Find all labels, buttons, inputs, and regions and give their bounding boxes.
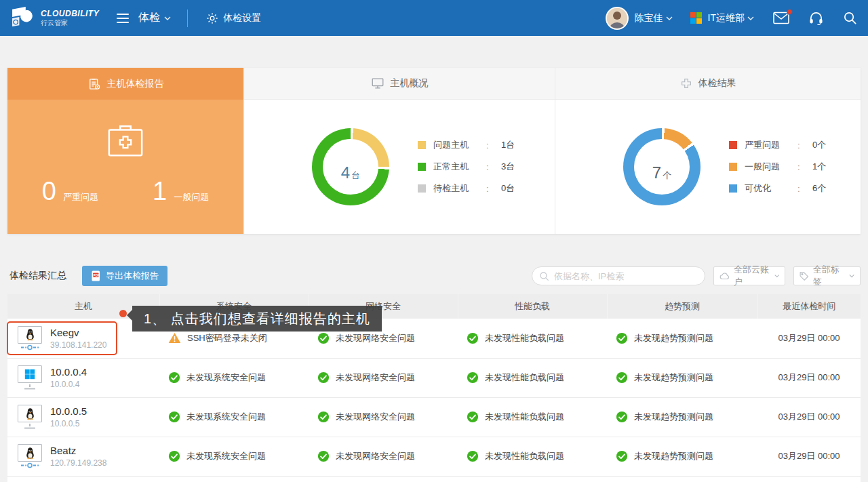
last-check-time: 03月29日 00:00 bbox=[757, 332, 861, 344]
linux-icon bbox=[18, 326, 42, 344]
legend-label: 可优化 bbox=[745, 182, 797, 195]
tab-label: 主机体检报告 bbox=[107, 78, 164, 90]
chart-legend: 问题主机:1台正常主机:3台待检主机:0台 bbox=[418, 139, 515, 195]
overview-card-strip: 主机体检报告 0 严重问题 1 一般问题 bbox=[7, 68, 861, 234]
status-cell: 未发现网络安全问题 bbox=[309, 411, 458, 423]
legend-value: 1台 bbox=[501, 139, 515, 151]
general-count: 1 bbox=[153, 177, 167, 206]
legend-swatch bbox=[418, 163, 426, 171]
chart-legend: 严重问题:0个一般问题:1个可优化:6个 bbox=[729, 139, 826, 195]
legend-value: 1个 bbox=[812, 161, 826, 173]
checkup-settings-label: 体检设置 bbox=[223, 12, 261, 24]
last-check-time: 03月29日 00:00 bbox=[757, 450, 861, 462]
legend-swatch bbox=[418, 184, 426, 193]
user-name[interactable]: 陈宝佳 bbox=[635, 12, 663, 24]
table-row[interactable]: 10.0.0.410.0.0.4未发现系统安全问题未发现网络安全问题未发现性能负… bbox=[7, 358, 861, 397]
medkit-icon bbox=[104, 121, 146, 159]
legend-label: 严重问题 bbox=[745, 139, 797, 151]
status-text: 未发现性能负载问题 bbox=[485, 411, 564, 423]
export-report-button[interactable]: PDF 导出体检报告 bbox=[82, 266, 167, 286]
results-toolbar: 体检结果汇总 PDF 导出体检报告 全部云账户 bbox=[9, 266, 861, 286]
messages-button[interactable] bbox=[773, 12, 789, 24]
svg-text:PDF: PDF bbox=[94, 274, 100, 277]
check-icon bbox=[616, 411, 628, 423]
host-name[interactable]: 10.0.0.4 bbox=[50, 366, 87, 378]
general-issues-stat: 1 一般问题 bbox=[153, 177, 209, 206]
severe-count: 0 bbox=[42, 177, 56, 206]
table-row[interactable]: Beatz120.79.149.238未发现系统安全问题未发现网络安全问题未发现… bbox=[7, 437, 861, 476]
check-icon bbox=[317, 411, 330, 423]
search-icon bbox=[843, 11, 857, 25]
gear-icon bbox=[205, 12, 219, 25]
status-cell: 未发现系统安全问题 bbox=[159, 411, 309, 423]
cloud-account-filter-label: 全部云账户 bbox=[734, 264, 770, 288]
windows-icon bbox=[18, 365, 42, 383]
status-text: 未发现性能负载问题 bbox=[485, 371, 564, 384]
host-name[interactable]: 10.0.0.5 bbox=[50, 405, 87, 417]
status-text: 未发现网络安全问题 bbox=[336, 371, 415, 384]
chevron-down-icon bbox=[747, 16, 754, 20]
host-cell[interactable]: 10.0.0.510.0.0.5 bbox=[7, 405, 159, 429]
legend-swatch bbox=[729, 184, 737, 193]
check-icon bbox=[168, 411, 180, 423]
severe-issues-stat: 0 严重问题 bbox=[42, 177, 98, 206]
tab-host-checkup-report[interactable]: 主机体检报告 bbox=[7, 68, 243, 100]
global-search-button[interactable] bbox=[843, 11, 857, 25]
status-cell: 未发现网络安全问题 bbox=[309, 371, 458, 384]
status-cell: 未发现网络安全问题 bbox=[309, 450, 458, 462]
status-cell: 未发现趋势预测问题 bbox=[607, 411, 757, 423]
legend-value: 0个 bbox=[812, 139, 826, 151]
tag-icon bbox=[800, 271, 809, 281]
status-cell: 未发现性能负载问题 bbox=[458, 332, 607, 344]
donut-center-value: 4 bbox=[341, 163, 350, 182]
legend-label: 正常主机 bbox=[433, 161, 486, 173]
monitor-stand-icon bbox=[22, 423, 37, 429]
host-name[interactable]: Beatz bbox=[50, 445, 106, 456]
host-cell[interactable]: 10.0.0.410.0.0.4 bbox=[7, 365, 159, 390]
tag-filter[interactable]: 全部标签 bbox=[793, 266, 861, 285]
checkup-menu-label: 体检 bbox=[138, 11, 160, 25]
column-header: 最近体检时间 bbox=[757, 294, 861, 319]
search-input[interactable] bbox=[554, 271, 698, 281]
check-icon bbox=[317, 332, 330, 344]
status-cell: 未发现趋势预测问题 bbox=[607, 371, 757, 384]
status-cell: 未发现趋势预测问题 bbox=[607, 450, 757, 462]
legend-swatch bbox=[729, 141, 737, 149]
status-cell: 未发现系统安全问题 bbox=[159, 371, 309, 384]
host-overview-chart: 4台 问题主机:1台正常主机:3台待检主机:0台 bbox=[244, 100, 555, 234]
check-icon bbox=[616, 332, 628, 344]
check-icon bbox=[467, 371, 479, 384]
legend-item: 可优化:6个 bbox=[729, 182, 826, 195]
host-ip: 10.0.0.5 bbox=[50, 419, 87, 428]
status-text: 未发现趋势预测问题 bbox=[634, 332, 713, 344]
panel-host-checkup-report: 主机体检报告 0 严重问题 1 一般问题 bbox=[7, 68, 243, 234]
tab-checkup-results[interactable]: 体检结果 bbox=[555, 68, 861, 100]
check-icon bbox=[616, 450, 628, 462]
host-name[interactable]: Keegv bbox=[50, 327, 106, 338]
legend-label: 问题主机 bbox=[433, 139, 486, 151]
support-button[interactable] bbox=[808, 11, 824, 25]
panel-checkup-results: 体检结果 7个 严重问题:0个一般问题:1个可优化:6个 bbox=[555, 68, 861, 234]
cloud-account-filter[interactable]: 全部云账户 bbox=[713, 266, 785, 285]
check-icon bbox=[467, 450, 479, 462]
checkup-settings-button[interactable]: 体检设置 bbox=[205, 12, 261, 25]
hamburger-menu-icon[interactable] bbox=[117, 14, 129, 23]
cloudbility-logo-icon bbox=[11, 6, 37, 31]
legend-item: 待检主机:0台 bbox=[418, 182, 515, 195]
tab-host-overview[interactable]: 主机概况 bbox=[244, 68, 555, 100]
status-text: 未发现网络安全问题 bbox=[336, 450, 415, 462]
brand-logo[interactable]: CLOUDBILITY 行云管家 bbox=[11, 6, 99, 31]
checkup-menu[interactable]: 体检 bbox=[129, 11, 171, 25]
host-cell[interactable]: Beatz120.79.149.238 bbox=[7, 444, 159, 468]
team-app-icon[interactable] bbox=[690, 12, 702, 24]
tag-filter-label: 全部标签 bbox=[813, 264, 845, 288]
table-row[interactable]: 10.0.0.510.0.0.5未发现系统安全问题未发现网络安全问题未发现性能负… bbox=[7, 397, 861, 437]
team-name[interactable]: IT运维部 bbox=[708, 12, 745, 24]
checkup-results-chart: 7个 严重问题:0个一般问题:1个可优化:6个 bbox=[555, 100, 861, 234]
status-cell: 未发现性能负载问题 bbox=[458, 411, 607, 423]
host-search[interactable] bbox=[532, 266, 705, 285]
user-avatar[interactable] bbox=[606, 7, 629, 30]
linux-icon bbox=[18, 444, 42, 462]
column-header: 趋势预测 bbox=[607, 294, 757, 319]
severe-label: 严重问题 bbox=[63, 191, 98, 203]
